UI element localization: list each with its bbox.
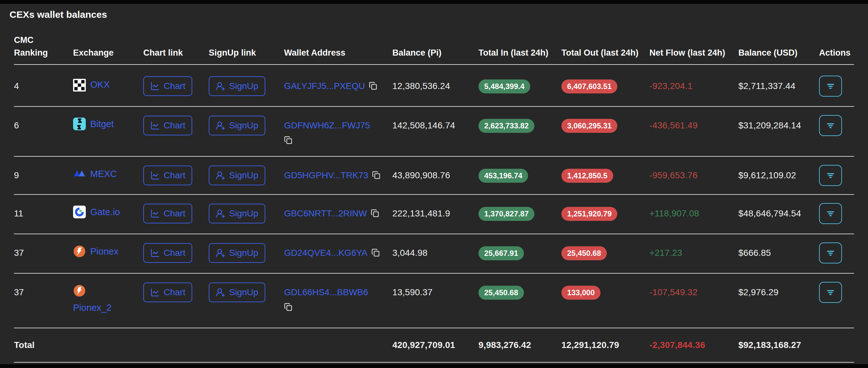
table-total-row: Total 420,927,709.01 9,983,276.42 12,291… xyxy=(14,328,854,363)
total-out-badge: 6,407,603.51 xyxy=(561,80,617,93)
actions-button[interactable] xyxy=(819,75,842,97)
col-header-chart-link: Chart link xyxy=(143,47,209,59)
wallet-address-link[interactable]: GALYJFJ5...PXEQU xyxy=(284,81,365,91)
table-row: 37 Pionex_2 Chart SignUp GDL66HS4...BBWB… xyxy=(14,274,854,328)
page-title: CEXs wallet balances xyxy=(0,4,868,21)
copy-icon[interactable] xyxy=(371,248,380,257)
wallet-address-link[interactable]: GDL66HS4...BBWB6 xyxy=(284,287,368,297)
total-out-badge: 25,450.68 xyxy=(561,246,607,260)
balance-usd-value: $666.85 xyxy=(738,248,819,273)
col-header-exchange: Exchange xyxy=(73,47,143,59)
user-plus-icon xyxy=(216,81,225,91)
wallet-address-link[interactable]: GBC6NRTT...2RINW xyxy=(284,209,367,218)
exchange-link[interactable]: MEXC xyxy=(90,168,117,179)
total-out-sum: 12,291,120.79 xyxy=(561,340,649,350)
table-row: 4 OKX Chart SignUp GALYJFJ5...PXEQU 12,3… xyxy=(14,65,854,107)
balance-usd-value: $48,646,794.54 xyxy=(738,208,819,234)
total-in-badge: 453,196.74 xyxy=(478,169,528,183)
exchange-link[interactable]: Bitget xyxy=(90,119,114,129)
net-flow-value: -436,561.49 xyxy=(649,120,738,156)
chart-link-button[interactable]: Chart xyxy=(143,116,192,135)
total-in-badge: 2,623,733.82 xyxy=(478,119,534,133)
total-net-flow: -2,307,844.36 xyxy=(649,340,738,350)
actions-button[interactable] xyxy=(819,165,842,186)
copy-icon[interactable] xyxy=(369,82,377,90)
net-flow-value: +217.23 xyxy=(649,248,738,273)
signup-link-button[interactable]: SignUp xyxy=(209,76,265,96)
exchange-link[interactable]: OKX xyxy=(90,79,110,90)
total-balance-pi: 420,927,709.01 xyxy=(392,340,478,350)
exchange-link[interactable]: Pionex_2 xyxy=(73,302,112,313)
total-label: Total xyxy=(14,340,73,350)
chart-link-button[interactable]: Chart xyxy=(143,204,192,223)
total-in-badge: 25,450.68 xyxy=(478,286,524,300)
signup-link-button[interactable]: SignUp xyxy=(209,165,265,185)
signup-button-label: SignUp xyxy=(229,287,258,298)
table-row: 6 Bitget Chart SignUp GDFNWH6Z...FWJ75 1… xyxy=(14,107,854,157)
total-in-badge: 1,370,827.87 xyxy=(478,207,534,221)
line-chart-icon xyxy=(150,171,160,180)
signup-link-button[interactable]: SignUp xyxy=(209,243,265,263)
cmc-ranking-value: 37 xyxy=(14,248,73,273)
signup-link-button[interactable]: SignUp xyxy=(209,204,265,223)
pionex-icon xyxy=(73,245,86,258)
balance-pi-value: 3,044.98 xyxy=(392,248,478,273)
total-balance-usd: $92,183,168.27 xyxy=(738,340,819,350)
table-row: 11 Gate.io Chart SignUp GBC6NRTT...2RINW… xyxy=(14,195,854,234)
chart-button-label: Chart xyxy=(164,81,185,92)
cex-balances-card: CEXs wallet balances CMC Ranking Exchang… xyxy=(0,4,868,364)
net-flow-value: -923,204.1 xyxy=(649,81,738,106)
actions-button[interactable] xyxy=(819,243,842,264)
chart-button-label: Chart xyxy=(164,248,185,258)
balance-usd-value: $2,711,337.44 xyxy=(738,81,819,106)
filter-lines-icon xyxy=(826,120,836,131)
balance-usd-value: $31,209,284.14 xyxy=(738,120,819,156)
table-row: 9 MEXC Chart SignUp GD5HGPHV...TRK73 43,… xyxy=(14,157,854,195)
total-out-badge: 133,000 xyxy=(561,286,600,300)
chart-link-button[interactable]: Chart xyxy=(143,282,192,302)
chart-button-label: Chart xyxy=(164,170,185,181)
line-chart-icon xyxy=(150,287,160,297)
user-plus-icon xyxy=(216,248,225,258)
filter-lines-icon xyxy=(826,287,836,298)
wallet-address-link[interactable]: GD24QVE4...KG6YA xyxy=(284,248,368,258)
signup-link-button[interactable]: SignUp xyxy=(209,282,265,302)
balance-pi-value: 12,380,536.24 xyxy=(392,81,478,106)
actions-button[interactable] xyxy=(819,115,842,136)
copy-icon[interactable] xyxy=(371,209,379,217)
table-header-row: CMC Ranking Exchange Chart link SignUp l… xyxy=(14,21,854,65)
okx-icon xyxy=(73,78,86,91)
col-header-signup-link: SignUp link xyxy=(209,47,284,59)
net-flow-value: +118,907.08 xyxy=(649,208,738,234)
signup-button-label: SignUp xyxy=(229,120,258,131)
actions-button[interactable] xyxy=(819,203,842,224)
signup-button-label: SignUp xyxy=(229,81,258,92)
mexc-icon xyxy=(73,167,86,180)
signup-link-button[interactable]: SignUp xyxy=(209,116,265,135)
bitget-icon xyxy=(73,118,86,130)
actions-button[interactable] xyxy=(819,282,842,303)
copy-icon[interactable] xyxy=(372,171,380,179)
filter-lines-icon xyxy=(826,209,836,219)
cmc-ranking-value: 37 xyxy=(14,287,73,328)
chart-link-button[interactable]: Chart xyxy=(143,165,192,185)
signup-button-label: SignUp xyxy=(229,248,258,258)
copy-icon[interactable] xyxy=(284,303,292,311)
cmc-ranking-value: 11 xyxy=(14,208,73,234)
net-flow-value: -959,653.76 xyxy=(649,170,738,194)
gateio-icon xyxy=(73,206,86,218)
wallet-address-link[interactable]: GD5HGPHV...TRK73 xyxy=(284,170,368,180)
cex-balances-table: CMC Ranking Exchange Chart link SignUp l… xyxy=(14,21,854,363)
line-chart-icon xyxy=(150,248,160,258)
total-in-badge: 25,667.91 xyxy=(478,246,524,260)
chart-link-button[interactable]: Chart xyxy=(143,243,192,263)
balance-pi-value: 13,590.37 xyxy=(392,287,478,328)
chart-link-button[interactable]: Chart xyxy=(143,76,192,96)
exchange-link[interactable]: Gate.io xyxy=(90,207,120,217)
user-plus-icon xyxy=(216,209,225,218)
wallet-address-link[interactable]: GDFNWH6Z...FWJ75 xyxy=(284,120,370,130)
col-header-total-out: Total Out (last 24h) xyxy=(561,47,649,59)
copy-icon[interactable] xyxy=(284,136,292,144)
filter-lines-icon xyxy=(826,170,836,181)
exchange-link[interactable]: Pionex xyxy=(90,246,119,257)
